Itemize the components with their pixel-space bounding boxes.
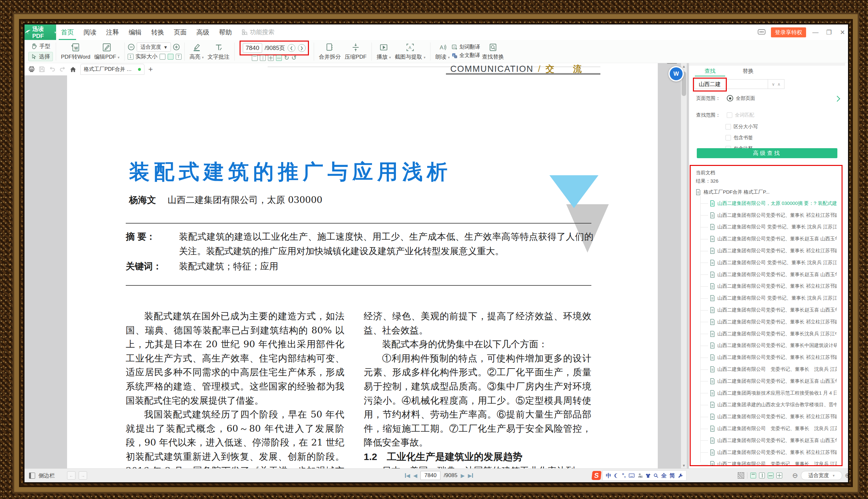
search-result-item[interactable]: 山西二建集团有限公司党委书记、董事长赵玉喜 山西玉华建设集团有限... [696, 435, 842, 447]
merge-split-button[interactable]: 合并拆分 [317, 42, 343, 61]
ribbon-tab[interactable]: 页面 [169, 24, 191, 40]
sogou-logo[interactable]: S [592, 471, 602, 480]
two-column-view-button[interactable] [759, 473, 765, 478]
rotate-ccw-icon[interactable]: ↺ [292, 55, 297, 61]
whole-word-checkbox[interactable] [727, 112, 732, 118]
search-icon[interactable] [654, 473, 658, 478]
keyboard-icon[interactable] [629, 473, 634, 478]
ime-chinese-mode[interactable]: 中 [606, 472, 611, 479]
find-replace-button[interactable]: 查找替换 [480, 42, 506, 61]
scroll-up-arrow[interactable]: ▲ [681, 64, 687, 68]
search-result-item[interactable]: 山西二建集团有限公司党委书记、董事长 祁立柱江苏邗建集团有限公司... [696, 281, 842, 292]
page-number-input[interactable]: 7840 [420, 471, 440, 480]
advanced-search-button[interactable]: 高级查找 [697, 148, 837, 158]
first-page-button[interactable]: ◀ [405, 473, 410, 479]
search-result-item[interactable]: 山西二建集团有限公司党委书记、董事长 祁立柱江苏邗建集团有限公司... [696, 316, 842, 328]
results-tree-root[interactable]: 格式工厂PDF合并 格式工厂P... [696, 186, 842, 197]
search-result-item[interactable]: 山西二建集团两项新技术应用示范工程接受验收1 月 4 日，山西二建集团... [696, 387, 842, 399]
book-view-button[interactable] [768, 473, 774, 478]
text-annotation-button[interactable]: 文字批注 [206, 42, 231, 61]
sidebar-icon[interactable] [29, 473, 35, 479]
capture-extract-button[interactable]: A 截图与提取 ▾ [393, 42, 427, 61]
minimize-button[interactable]: — [811, 29, 820, 36]
restore-button[interactable]: ❐ [825, 29, 833, 36]
search-result-item[interactable]: 山西二建集团有限公司党委书记、董事长赵玉喜 山西玉华建设集团有限... [696, 269, 842, 281]
fit-width-button[interactable] [168, 54, 174, 60]
hand-tool-button[interactable]: 手型 [28, 42, 53, 51]
search-result-item[interactable]: 山西二建集团有限公司党委书记、董事长赵玉喜 山西玉华建设集团有限... [696, 233, 842, 245]
moon-icon[interactable] [614, 473, 619, 478]
pdf-to-word-button[interactable]: W PDF转Word [59, 42, 92, 61]
search-result-item[interactable]: 山西二建集团有限公司党委书记、董事长 祁立柱江苏邗建集团有限公司... [696, 351, 842, 363]
history-back-button[interactable]: ← [67, 471, 75, 480]
single-page-layout-button[interactable] [252, 55, 258, 61]
page-number-input[interactable]: 7840 [243, 43, 262, 53]
app-logo[interactable]: 迅读PDF ▾ [24, 24, 56, 40]
search-result-item[interactable]: 山西二建集团有限公司 党委书记、董事长 沈良兵 江苏江中集团有限... [696, 363, 842, 375]
previous-page-button[interactable]: ❮ [288, 44, 295, 52]
zoom-in-icon[interactable] [173, 44, 180, 51]
expand-chevron-icon[interactable] [834, 96, 840, 101]
user-profile-icon[interactable]: 18 [638, 473, 643, 478]
document-tab[interactable]: 格式工厂PDF合并 格式工厂PD... [80, 64, 144, 75]
include-bookmarks-checkbox[interactable] [725, 135, 731, 141]
tab-replace[interactable]: 替换 [729, 65, 767, 76]
search-result-item[interactable]: 山西二建集团有限公司党委书记、董事长中国建筑设计研究院顾问总工程... [696, 340, 842, 352]
search-result-item[interactable]: 山西二建集团有限公司党委书记、董事长 祁立柱江苏邗建集团有限公司... [696, 245, 842, 257]
last-page-button[interactable]: ▶ [468, 473, 473, 479]
wrench-icon[interactable] [678, 473, 683, 478]
previous-page-button[interactable]: ◀ [413, 473, 417, 479]
grid-view-button[interactable] [776, 473, 782, 478]
fit-text-button[interactable]: T [176, 54, 181, 60]
login-button[interactable]: 登录享特权 [771, 27, 806, 37]
search-result-item[interactable]: 山西二建集团有限公司 党委书记、董事长 沈良兵 江苏江中集团有限... [696, 459, 842, 466]
redo-button[interactable] [59, 66, 66, 72]
search-result-item[interactable]: 山西二建集团有限公司党委书记、董事长赵玉喜 山西玉华建设集团有限... [696, 375, 842, 387]
new-tab-button[interactable]: + [148, 65, 153, 74]
search-input[interactable]: 山西二建 [694, 79, 768, 89]
search-result-item[interactable]: 山西二建集团有限公司党委书记、董事长 祁立柱江苏邗建集团有限公司... [696, 209, 842, 221]
actual-size-button[interactable]: 1 实际大小 [128, 53, 158, 60]
feature-search[interactable]: 功能搜索 [237, 24, 280, 40]
edit-pdf-button[interactable]: 编辑PDF ▾ [92, 42, 121, 61]
find-next-icon[interactable]: ∨ [772, 82, 775, 87]
read-aloud-button[interactable]: A 朗读 ▾ [433, 42, 451, 61]
next-page-button[interactable]: ❯ [298, 44, 306, 52]
fit-page-button[interactable] [159, 54, 165, 60]
word-translate-button[interactable]: A 划词翻译 [452, 44, 480, 51]
ribbon-tab[interactable]: 阅读 [79, 24, 101, 40]
pdf-to-word-floating-button[interactable]: W [668, 66, 684, 82]
ribbon-tab[interactable]: 转换 [146, 24, 169, 40]
close-button[interactable]: ✕ [839, 29, 847, 36]
undo-button[interactable] [49, 66, 56, 72]
book-layout-button[interactable] [276, 55, 282, 61]
highlight-button[interactable]: 高亮 ▾ [188, 42, 206, 61]
zoom-level-dropdown[interactable]: 适合宽度▾ [137, 42, 171, 51]
compress-pdf-button[interactable]: 压缩PDF [343, 42, 369, 61]
skin-shirt-icon[interactable] [645, 473, 651, 478]
background-pattern-button[interactable] [738, 472, 744, 479]
scroll-down-arrow[interactable]: ▼ [681, 464, 687, 467]
page-range-radio[interactable] [727, 95, 733, 101]
home-button[interactable] [70, 66, 76, 73]
zoom-out-icon[interactable]: ⊖ [792, 472, 798, 479]
save-button[interactable] [39, 66, 45, 72]
four-page-layout-button[interactable] [268, 55, 274, 61]
zoom-level-dropdown[interactable]: 适合宽度 ▾ [801, 471, 842, 480]
feedback-chat-icon[interactable] [758, 29, 766, 36]
ribbon-tab[interactable]: 编辑 [124, 24, 146, 40]
ime-simplified[interactable]: 简 [670, 472, 675, 479]
search-result-item[interactable]: 山西二建集团有限公司 党委书记、董事长 沈良兵 江苏江中集团有限公司... [696, 221, 842, 233]
search-result-item[interactable]: 山西二建集团承建的山西农业大学综合教学楼项目、晋中市公共租赁住房... [696, 399, 842, 411]
select-tool-button[interactable]: 选择 [28, 52, 53, 61]
search-result-item[interactable]: 山西二建集团有限公司党委书记、董事长赵玉喜 山西玉华建设集团有限... [696, 304, 842, 316]
search-result-item[interactable]: 山西二建集团有限公司党委书记、董事长 祁立柱江苏邗建集团有限公司... [696, 411, 842, 423]
ribbon-tab[interactable]: 高级 [191, 24, 214, 40]
single-page-view-button[interactable] [750, 473, 756, 478]
search-result-item[interactable]: 山西二建集团有限公司 党委书记、董事长 沈良兵 江苏江中集团有限... [696, 423, 842, 435]
zoom-out-icon[interactable] [128, 44, 135, 51]
search-result-item[interactable]: 山西二建集团有限公司 党委书记、董事长 沈良兵 江苏江中集团有限公司... [696, 257, 842, 269]
search-result-item[interactable]: 山西二建集团有限公司党委书记、董事长 祁立柱江苏邗建集团有限公司... [696, 447, 842, 459]
find-prev-icon[interactable]: ∧ [777, 82, 781, 87]
match-case-checkbox[interactable] [725, 124, 731, 130]
